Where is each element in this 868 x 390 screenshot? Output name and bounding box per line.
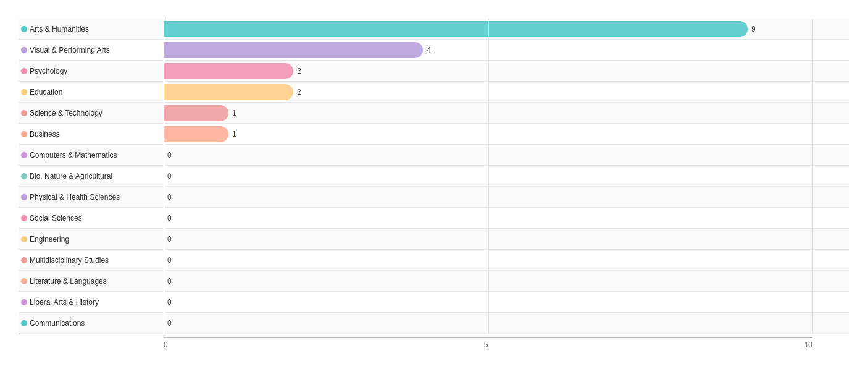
bar-label: Multidisciplinary Studies — [19, 255, 164, 266]
grid-line — [812, 208, 813, 228]
bar-dot — [21, 236, 27, 242]
bar-dot — [21, 89, 27, 95]
bars-wrapper: Arts & Humanities9Visual & Performing Ar… — [19, 19, 849, 334]
bar-row: Arts & Humanities9 — [19, 19, 849, 40]
grid-line — [488, 61, 489, 81]
bar-container: 0 — [164, 189, 172, 205]
grid-line — [164, 103, 164, 123]
grid-line — [812, 124, 813, 144]
bar — [164, 126, 228, 142]
bar-container: 0 — [164, 147, 172, 163]
bar-value: 2 — [297, 67, 301, 75]
bar-container: 4 — [164, 42, 431, 57]
bar-dot — [21, 26, 27, 32]
bar-value: 2 — [297, 88, 301, 96]
grid-line — [812, 103, 813, 123]
grid-line — [164, 19, 164, 39]
grid-line — [812, 40, 813, 60]
bar-value: 1 — [232, 109, 236, 117]
x-axis-label: 5 — [484, 341, 488, 349]
bar-label-text: Bio, Nature & Agricultural — [30, 172, 112, 180]
bar-label: Science & Technology — [19, 108, 164, 119]
grid-line — [164, 229, 164, 249]
bar-label: Computers & Mathematics — [19, 150, 164, 161]
bar-dot — [21, 278, 27, 284]
bar-row: Science & Technology1 — [19, 103, 849, 124]
bar-label-text: Business — [30, 130, 60, 138]
grid-line — [488, 313, 489, 333]
bar-value: 0 — [167, 193, 172, 201]
bar-label-text: Communications — [30, 319, 85, 328]
bar-value: 0 — [167, 298, 172, 307]
bar-container: 1 — [164, 126, 236, 142]
grid-line — [164, 145, 164, 165]
bar-dot — [21, 131, 27, 137]
bar-label-text: Psychology — [30, 67, 67, 75]
bar-label-text: Physical & Health Sciences — [30, 193, 120, 201]
grid-line — [812, 82, 813, 102]
bar-container: 0 — [164, 294, 172, 310]
bar-row: Psychology2 — [19, 61, 849, 82]
bar — [164, 84, 293, 100]
bar-value: 0 — [167, 151, 172, 159]
grid-line — [488, 250, 489, 270]
bar-row: Visual & Performing Arts4 — [19, 40, 849, 61]
grid-line — [488, 145, 489, 165]
bar-label: Liberal Arts & History — [19, 297, 164, 308]
grid-line — [164, 166, 164, 186]
bar-container: 0 — [164, 315, 172, 331]
x-axis-label: 10 — [804, 341, 812, 349]
bar-dot — [21, 47, 27, 53]
bar-value: 0 — [167, 319, 172, 328]
bar-row: Education2 — [19, 82, 849, 103]
bar-value: 1 — [232, 130, 236, 138]
bar-label: Psychology — [19, 66, 164, 77]
bar-label-text: Visual & Performing Arts — [30, 46, 110, 54]
bar-container: 2 — [164, 84, 301, 100]
bar-dot — [21, 320, 27, 326]
grid-line — [164, 61, 164, 81]
bar-dot — [21, 194, 27, 200]
bar-container: 2 — [164, 63, 301, 78]
bar — [164, 21, 748, 37]
bar-container: 1 — [164, 105, 236, 121]
chart-area: Arts & Humanities9Visual & Performing Ar… — [19, 19, 849, 349]
bar-value: 0 — [167, 277, 172, 286]
bar-row: Liberal Arts & History0 — [19, 292, 849, 313]
grid-line — [164, 292, 164, 312]
grid-line — [164, 250, 164, 270]
grid-line — [812, 187, 813, 207]
grid-line — [488, 187, 489, 207]
grid-line — [488, 103, 489, 123]
bar-label: Social Sciences — [19, 213, 164, 224]
x-axis: 0510 — [19, 334, 849, 349]
grid-line — [488, 229, 489, 249]
grid-line — [164, 313, 164, 333]
grid-line — [488, 208, 489, 228]
bar-label-text: Arts & Humanities — [30, 25, 89, 33]
bar-container: 0 — [164, 252, 172, 268]
grid-line — [812, 250, 813, 270]
bar-dot — [21, 152, 27, 158]
bar-value: 0 — [167, 256, 172, 265]
x-axis-labels: 0510 — [164, 337, 812, 349]
grid-line — [812, 313, 813, 333]
bar-container: 0 — [164, 210, 172, 226]
grid-line — [488, 82, 489, 102]
bar-label: Literature & Languages — [19, 276, 164, 287]
bar-container: 0 — [164, 168, 172, 184]
grid-line — [164, 187, 164, 207]
bar-value: 4 — [427, 46, 431, 54]
bar-label-text: Computers & Mathematics — [30, 151, 117, 159]
bar-dot — [21, 299, 27, 305]
grid-line — [164, 40, 164, 60]
bar-label: Bio, Nature & Agricultural — [19, 171, 164, 182]
grid-line — [812, 229, 813, 249]
grid-line — [488, 166, 489, 186]
bar-dot — [21, 110, 27, 116]
bar-container: 0 — [164, 273, 172, 289]
bar-dot — [21, 215, 27, 221]
bar-label: Arts & Humanities — [19, 23, 164, 35]
bar-dot — [21, 173, 27, 179]
bar-row: Engineering0 — [19, 229, 849, 250]
